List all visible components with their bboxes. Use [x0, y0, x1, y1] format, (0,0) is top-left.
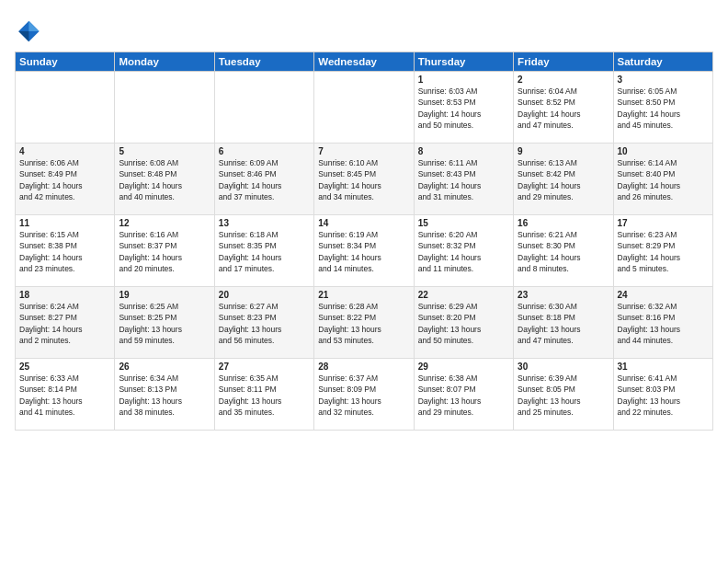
- day-info: and 37 minutes.: [219, 191, 310, 202]
- day-number: 5: [119, 146, 210, 156]
- day-info: and 23 minutes.: [19, 263, 110, 274]
- calendar-header-row: SundayMondayTuesdayWednesdayThursdayFrid…: [16, 52, 713, 72]
- calendar-cell: [16, 72, 115, 144]
- day-info: Daylight: 14 hours: [318, 252, 409, 263]
- day-info: Daylight: 14 hours: [618, 180, 709, 191]
- day-info: Sunrise: 6:21 AM: [518, 229, 609, 240]
- day-info: Daylight: 14 hours: [318, 180, 409, 191]
- day-info: Daylight: 13 hours: [219, 324, 310, 335]
- day-info: Sunrise: 6:30 AM: [518, 301, 609, 312]
- day-info: Sunset: 8:23 PM: [219, 312, 310, 323]
- calendar-cell: 26Sunrise: 6:34 AMSunset: 8:13 PMDayligh…: [115, 359, 214, 431]
- day-info: Daylight: 13 hours: [19, 396, 110, 407]
- day-info: Daylight: 13 hours: [318, 396, 409, 407]
- day-info: and 47 minutes.: [518, 120, 609, 131]
- day-info: and 17 minutes.: [219, 263, 310, 274]
- day-info: Daylight: 14 hours: [418, 180, 509, 191]
- calendar-week-row: 11Sunrise: 6:15 AMSunset: 8:38 PMDayligh…: [16, 215, 713, 287]
- day-info: Sunset: 8:46 PM: [219, 168, 310, 179]
- calendar-cell: 23Sunrise: 6:30 AMSunset: 8:18 PMDayligh…: [514, 287, 613, 359]
- day-info: Sunset: 8:27 PM: [19, 312, 110, 323]
- day-info: Sunset: 8:13 PM: [119, 384, 210, 395]
- calendar-week-row: 1Sunrise: 6:03 AMSunset: 8:53 PMDaylight…: [16, 72, 713, 144]
- day-info: Sunset: 8:37 PM: [119, 240, 210, 251]
- day-info: Sunrise: 6:35 AM: [219, 373, 310, 384]
- svg-marker-2: [18, 31, 28, 41]
- day-info: Sunset: 8:09 PM: [318, 384, 409, 395]
- calendar-cell: 11Sunrise: 6:15 AMSunset: 8:38 PMDayligh…: [16, 215, 115, 287]
- calendar-cell: 29Sunrise: 6:38 AMSunset: 8:07 PMDayligh…: [414, 359, 513, 431]
- calendar-cell: 21Sunrise: 6:28 AMSunset: 8:22 PMDayligh…: [314, 287, 414, 359]
- day-info: Sunrise: 6:34 AM: [119, 373, 210, 384]
- day-info: and 59 minutes.: [119, 335, 210, 346]
- day-info: Sunset: 8:52 PM: [518, 97, 609, 108]
- day-info: Daylight: 14 hours: [19, 252, 110, 263]
- day-number: 22: [418, 290, 509, 300]
- day-info: Sunset: 8:18 PM: [518, 312, 609, 323]
- day-info: and 41 minutes.: [19, 407, 110, 418]
- day-info: Sunset: 8:32 PM: [418, 240, 509, 251]
- calendar-cell: 24Sunrise: 6:32 AMSunset: 8:16 PMDayligh…: [613, 287, 712, 359]
- day-number: 26: [119, 362, 210, 372]
- day-info: Daylight: 13 hours: [119, 324, 210, 335]
- day-info: Sunrise: 6:09 AM: [219, 157, 310, 168]
- calendar-cell: 30Sunrise: 6:39 AMSunset: 8:05 PMDayligh…: [514, 359, 613, 431]
- day-info: Sunrise: 6:32 AM: [618, 301, 709, 312]
- day-number: 20: [219, 290, 310, 300]
- calendar-cell: 9Sunrise: 6:13 AMSunset: 8:42 PMDaylight…: [514, 144, 613, 215]
- calendar-cell: 3Sunrise: 6:05 AMSunset: 8:50 PMDaylight…: [613, 72, 712, 144]
- day-info: Sunrise: 6:18 AM: [219, 229, 310, 240]
- day-info: Sunset: 8:53 PM: [418, 97, 509, 108]
- day-number: 29: [418, 362, 509, 372]
- day-info: Sunrise: 6:20 AM: [418, 229, 509, 240]
- day-info: and 53 minutes.: [318, 335, 409, 346]
- day-number: 16: [518, 218, 609, 228]
- day-info: Daylight: 14 hours: [219, 252, 310, 263]
- day-info: Sunrise: 6:13 AM: [518, 157, 609, 168]
- day-number: 9: [518, 146, 609, 156]
- calendar-cell: 14Sunrise: 6:19 AMSunset: 8:34 PMDayligh…: [314, 215, 414, 287]
- day-info: and 47 minutes.: [518, 335, 609, 346]
- logo: [15, 18, 44, 44]
- day-info: Daylight: 14 hours: [518, 252, 609, 263]
- calendar-cell: 8Sunrise: 6:11 AMSunset: 8:43 PMDaylight…: [414, 144, 513, 215]
- day-info: Daylight: 14 hours: [418, 109, 509, 120]
- calendar-cell: 15Sunrise: 6:20 AMSunset: 8:32 PMDayligh…: [414, 215, 513, 287]
- calendar-cell: 18Sunrise: 6:24 AMSunset: 8:27 PMDayligh…: [16, 287, 115, 359]
- day-info: Daylight: 14 hours: [518, 109, 609, 120]
- calendar-table: SundayMondayTuesdayWednesdayThursdayFrid…: [15, 52, 713, 431]
- calendar-week-row: 25Sunrise: 6:33 AMSunset: 8:14 PMDayligh…: [16, 359, 713, 431]
- day-number: 13: [219, 218, 310, 228]
- day-info: Sunset: 8:40 PM: [618, 168, 709, 179]
- day-number: 31: [618, 362, 709, 372]
- day-info: Sunset: 8:07 PM: [418, 384, 509, 395]
- day-info: Sunrise: 6:14 AM: [618, 157, 709, 168]
- day-number: 23: [518, 290, 609, 300]
- day-info: Sunset: 8:30 PM: [518, 240, 609, 251]
- weekday-header: Sunday: [16, 52, 115, 72]
- day-info: and 35 minutes.: [219, 407, 310, 418]
- day-number: 7: [318, 146, 409, 156]
- day-info: Sunrise: 6:37 AM: [318, 373, 409, 384]
- day-info: Sunset: 8:45 PM: [318, 168, 409, 179]
- day-info: and 8 minutes.: [518, 263, 609, 274]
- day-info: Sunrise: 6:25 AM: [119, 301, 210, 312]
- day-info: Daylight: 13 hours: [219, 396, 310, 407]
- day-number: 28: [318, 362, 409, 372]
- day-info: and 22 minutes.: [618, 407, 709, 418]
- day-info: Sunrise: 6:05 AM: [618, 86, 709, 97]
- day-info: and 34 minutes.: [318, 191, 409, 202]
- day-info: and 40 minutes.: [119, 191, 210, 202]
- calendar-cell: 28Sunrise: 6:37 AMSunset: 8:09 PMDayligh…: [314, 359, 414, 431]
- calendar-cell: 20Sunrise: 6:27 AMSunset: 8:23 PMDayligh…: [214, 287, 313, 359]
- day-info: Sunrise: 6:41 AM: [618, 373, 709, 384]
- weekday-header: Saturday: [613, 52, 712, 72]
- day-info: Sunset: 8:25 PM: [119, 312, 210, 323]
- day-info: Sunset: 8:20 PM: [418, 312, 509, 323]
- day-number: 6: [219, 146, 310, 156]
- day-info: Sunrise: 6:23 AM: [618, 229, 709, 240]
- calendar-cell: [314, 72, 414, 144]
- day-number: 1: [418, 75, 509, 85]
- calendar-cell: 12Sunrise: 6:16 AMSunset: 8:37 PMDayligh…: [115, 215, 214, 287]
- day-number: 18: [19, 290, 110, 300]
